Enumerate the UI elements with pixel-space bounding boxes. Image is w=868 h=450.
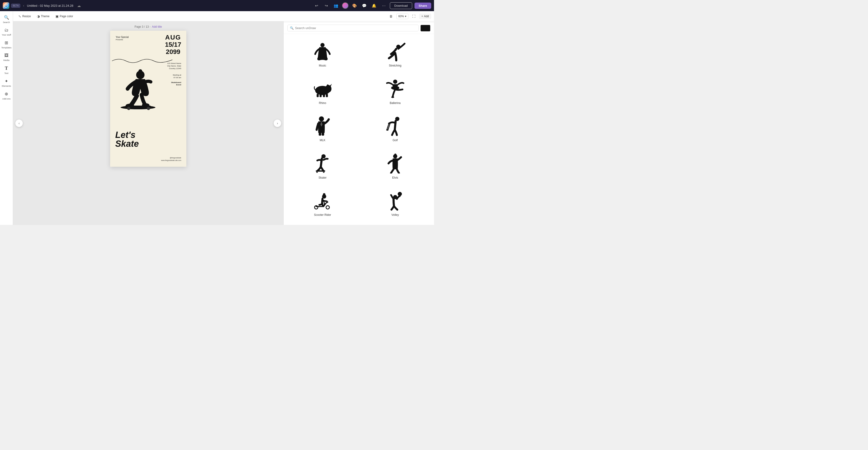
chat-icon[interactable]: 💬 — [361, 2, 368, 9]
scooter-rider-label: Scooter Rider — [314, 213, 331, 217]
mlk-label: MLK — [320, 139, 326, 142]
text-icon: T — [5, 65, 8, 71]
undo-btn[interactable]: ↩ — [313, 2, 320, 9]
svg-point-22 — [319, 116, 324, 122]
theme-label: Theme — [41, 15, 50, 18]
illustration-card-rhino[interactable]: Rhino — [286, 74, 359, 111]
sidebar-templates-label: Templates — [1, 46, 11, 49]
golf-label: Golf — [393, 139, 398, 142]
color-swatch[interactable] — [421, 25, 430, 31]
page-label: Page 3 / 13 - Add title — [134, 25, 162, 28]
add-label: Add — [424, 15, 429, 18]
nav-next-button[interactable]: › — [274, 119, 281, 127]
elvis-label: Elvis — [392, 176, 398, 179]
poster-your-special: Your Special — [116, 36, 129, 38]
illustration-card-music[interactable]: Music — [286, 36, 359, 73]
poster-starting-label: Starting at — [173, 74, 181, 76]
poster-address3: Country 12345 — [167, 67, 181, 70]
sidebar-item-addons[interactable]: ⊕ Add-ons — [0, 89, 12, 102]
palette-icon[interactable]: 🎨 — [351, 2, 358, 9]
svg-point-35 — [323, 193, 326, 196]
skater-figure — [309, 151, 336, 175]
sidebar-item-templates[interactable]: ⊞ Templates — [0, 38, 12, 51]
sidebar-item-search[interactable]: 🔍 Search — [0, 13, 12, 25]
avatar[interactable] — [342, 2, 348, 9]
poster: Your Special Presents AUG 15/17 2099 123… — [110, 31, 186, 167]
svg-point-7 — [127, 107, 130, 110]
beta-badge: BETA — [11, 4, 20, 8]
search-input[interactable] — [295, 26, 416, 30]
svg-point-33 — [326, 206, 330, 209]
theme-icon: ◑ — [37, 15, 40, 18]
svg-point-29 — [316, 171, 318, 173]
zoom-value: 60% — [399, 15, 404, 18]
resize-button[interactable]: ⤡ Resize — [16, 13, 33, 20]
poster-title-1: Let's — [115, 131, 139, 139]
illustration-card-volley[interactable]: Volley — [359, 186, 431, 223]
page-color-icon: ▣ — [56, 15, 59, 18]
sidebar-item-text[interactable]: T Text — [0, 64, 12, 76]
poster-address2: City Name, State — [167, 65, 181, 67]
users-icon[interactable]: 👥 — [332, 2, 340, 9]
ballerina-figure — [381, 77, 409, 100]
illustration-card-ballerina[interactable]: Ballerina — [359, 74, 431, 111]
svg-point-26 — [386, 129, 388, 131]
sidebar-item-media[interactable]: 🖼 Media — [0, 51, 12, 63]
poster-title-2: Skate — [115, 139, 139, 148]
illustration-card-mlk[interactable]: MLK — [286, 111, 359, 148]
toolbar-right: 🗑 60% ▾ ⛶ + Add — [388, 13, 431, 20]
nav-back[interactable]: ‹ — [22, 3, 25, 8]
svg-point-21 — [391, 96, 394, 98]
poster-wrapper[interactable]: Your Special Presents AUG 15/17 2099 123… — [110, 31, 186, 167]
poster-url: @thegoodskate www.thegoodskate.site.com — [161, 157, 181, 162]
illustration-card-elvis[interactable]: Elvis — [359, 148, 431, 185]
media-icon: 🖼 — [4, 53, 9, 58]
download-button[interactable]: Download — [390, 2, 412, 9]
page-color-label: Page color — [60, 15, 73, 18]
music-figure — [309, 39, 336, 62]
your-stuff-icon: 🗂 — [4, 28, 9, 33]
svg-point-6 — [142, 103, 149, 107]
sidebar-item-your-stuff[interactable]: 🗂 Your stuff — [0, 26, 12, 38]
illustration-card-golf[interactable]: Golf — [359, 111, 431, 148]
topbar-left: BETA ‹ Untitled - 02 May 2023 at 21.24.2… — [3, 2, 313, 9]
nav-prev-button[interactable]: ‹ — [16, 119, 23, 127]
poster-year: 2099 — [165, 48, 181, 56]
sidebar-search-label: Search — [3, 21, 10, 24]
illustration-card-skater[interactable]: Skater — [286, 148, 359, 185]
more-icon[interactable]: ⋯ — [380, 2, 388, 9]
svg-point-4 — [138, 69, 142, 73]
sidebar-item-elements[interactable]: ✦ Elements — [0, 77, 12, 89]
poster-starting-time: 07.00 am — [173, 76, 181, 79]
svg-point-31 — [393, 154, 397, 158]
redo-btn[interactable]: ↪ — [322, 2, 330, 9]
zoom-chevron: ▾ — [405, 15, 406, 18]
zoom-control[interactable]: 60% ▾ — [396, 13, 408, 19]
illustration-card-stretching[interactable]: Stretching — [359, 36, 431, 73]
stretching-label: Stretching — [389, 64, 401, 67]
poster-skater-svg — [113, 52, 159, 112]
volley-label: Volley — [392, 213, 399, 217]
page-number: Page 3 / 13 - — [134, 25, 151, 28]
svg-point-20 — [393, 80, 397, 84]
sidebar-addons-label: Add-ons — [2, 97, 10, 100]
search-box[interactable]: 🔍 — [287, 25, 418, 31]
addons-icon: ⊕ — [5, 91, 8, 96]
theme-button[interactable]: ◑ Theme — [34, 13, 52, 20]
poster-event: Skateboard Event — [171, 81, 181, 86]
fullscreen-icon[interactable]: ⛶ — [410, 13, 417, 20]
page-color-button[interactable]: ▣ Page color — [53, 13, 75, 20]
illustration-card-scooter-rider[interactable]: Scooter Rider — [286, 186, 359, 223]
share-button[interactable]: Share — [414, 3, 431, 9]
poster-event-1: Skateboard — [171, 81, 181, 84]
bell-icon[interactable]: 🔔 — [370, 2, 378, 9]
poster-website: www.thegoodskate.site.com — [161, 159, 181, 162]
illustrations-grid: Music Stretching — [284, 34, 434, 225]
canvas-area: ‹ Page 3 / 13 - Add title Your Special P… — [13, 21, 283, 225]
add-title-link[interactable]: Add title — [152, 25, 162, 28]
trash-icon[interactable]: 🗑 — [388, 13, 395, 20]
add-button[interactable]: + Add — [419, 13, 431, 19]
svg-rect-24 — [322, 132, 324, 136]
poster-social: @thegoodskate — [161, 157, 181, 159]
sidebar-elements-label: Elements — [2, 85, 11, 87]
